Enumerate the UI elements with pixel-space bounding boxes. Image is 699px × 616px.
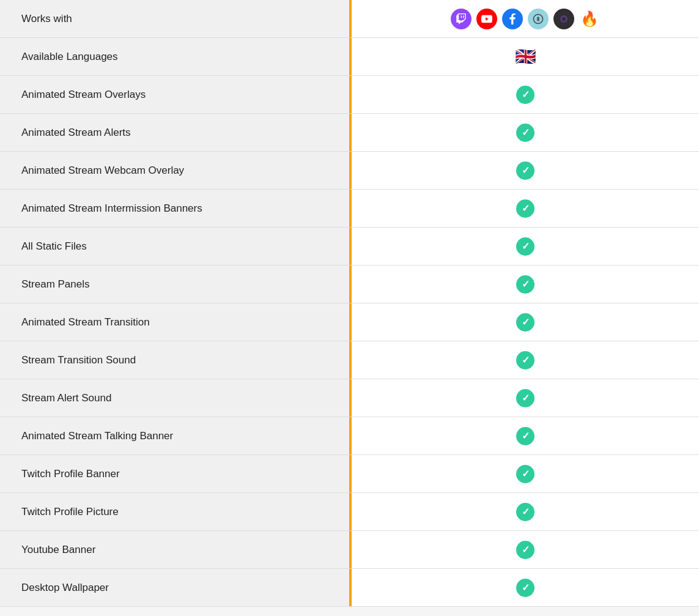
table-row: Animated Stream Transition [0,303,699,341]
row-label: Twitch Profile Banner [0,455,352,492]
row-label: Animated Stream Talking Banner [0,417,352,455]
table-row: Animated Stream Webcam Overlay [0,152,699,190]
table-row: All Static Files [0,228,699,265]
row-label: Animated Stream Intermission Banners [0,190,352,227]
checkmark-icon [516,389,534,407]
row-value [352,417,699,455]
row-value [352,569,699,606]
checkmark-icon [516,579,534,597]
table-row: Available Languages🇬🇧 [0,38,699,76]
table-row: Animated Stream Overlays [0,76,699,114]
fire-icon: 🔥 [579,9,600,29]
svg-point-2 [562,17,566,20]
row-value [352,531,699,568]
checkmark-icon [516,351,534,369]
row-label: Stream Panels [0,265,352,303]
row-label: Animated Stream Overlays [0,76,352,113]
checkmark-icon [516,275,534,294]
row-value [352,265,699,303]
checkmark-icon [516,541,534,559]
row-value [352,190,699,227]
checkmark-icon [516,199,534,218]
streamlabs-icon [528,9,549,29]
row-value: 🔥 [352,0,699,37]
table-row: Animated Stream Intermission Banners [0,190,699,228]
row-label: Youtube Banner [0,531,352,568]
row-value [352,379,699,417]
row-label: Stream Transition Sound [0,341,352,379]
table-row: Youtube Banner [0,531,699,569]
table-row: Desktop Wallpaper [0,569,699,607]
language-flag: 🇬🇧 [515,46,536,67]
row-value [352,76,699,113]
table-row: Twitch Profile Picture [0,493,699,531]
row-value [352,114,699,151]
row-value: 🇬🇧 [352,38,699,75]
row-value [352,228,699,265]
table-row: Animated Stream Talking Banner [0,417,699,455]
checkmark-icon [516,313,534,332]
row-label: Twitch Profile Picture [0,493,352,530]
checkmark-icon [516,465,534,483]
comparison-table: Works with🔥Available Languages🇬🇧Animated… [0,0,699,607]
checkmark-icon [516,124,534,142]
table-row: Stream Transition Sound [0,341,699,379]
row-label: Animated Stream Transition [0,303,352,341]
facebook-icon [502,9,523,29]
table-row: Animated Stream Alerts [0,114,699,152]
table-row: Stream Panels [0,265,699,303]
row-value [352,303,699,341]
table-row: Works with🔥 [0,0,699,38]
twitch-icon [451,9,472,29]
table-row: Twitch Profile Banner [0,455,699,493]
row-label: Stream Alert Sound [0,379,352,417]
row-value [352,341,699,379]
row-value [352,455,699,492]
table-row: Stream Alert Sound [0,379,699,417]
row-label: Desktop Wallpaper [0,569,352,606]
checkmark-icon [516,427,534,445]
platform-icons: 🔥 [451,9,600,29]
checkmark-icon [516,503,534,521]
youtube-icon [476,9,497,29]
row-label: Available Languages [0,38,352,75]
row-label: All Static Files [0,228,352,265]
row-value [352,493,699,530]
checkmark-icon [516,237,534,256]
checkmark-icon [516,161,534,180]
row-label: Animated Stream Alerts [0,114,352,151]
obs-icon [553,9,574,29]
row-label: Works with [0,0,352,37]
row-value [352,152,699,189]
row-label: Animated Stream Webcam Overlay [0,152,352,189]
checkmark-icon [516,86,534,104]
